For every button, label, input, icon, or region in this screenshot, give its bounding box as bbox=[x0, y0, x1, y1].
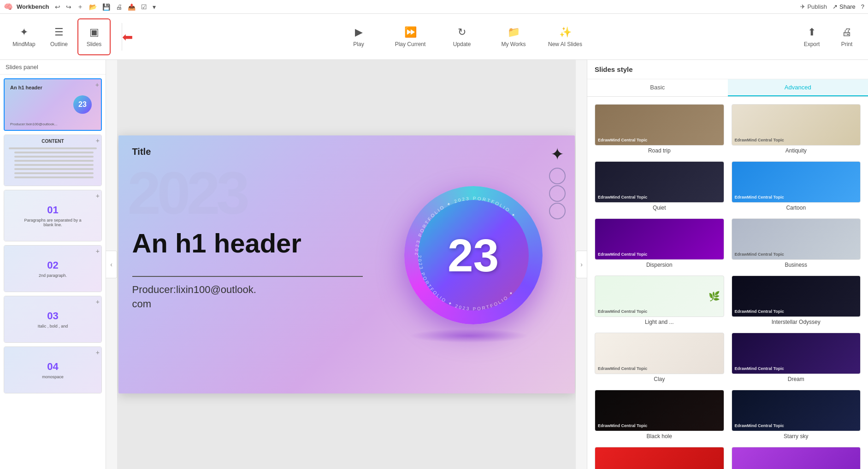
canvas-area: Title 2023 An h1 header Producer:lixin10… bbox=[117, 60, 576, 469]
slide-3-add[interactable]: + bbox=[96, 192, 100, 199]
slide-thumb-5[interactable]: 03 Italic , bold , and + bbox=[4, 296, 102, 343]
share-icon: ↗ bbox=[833, 3, 838, 10]
style-light[interactable]: EdrawMind Central Topic 🌿 Light and ... bbox=[595, 276, 724, 325]
slide-divider bbox=[132, 276, 363, 277]
style-thumb-extra1: EdrawMind Central Topic bbox=[595, 447, 724, 469]
mindmap-tool[interactable]: ✦ MindMap bbox=[7, 18, 41, 55]
print-tool[interactable]: 🖨 Print bbox=[833, 26, 861, 47]
slide-4-num: 02 bbox=[47, 259, 58, 271]
tab-basic[interactable]: Basic bbox=[587, 79, 728, 96]
style-extra1[interactable]: EdrawMind Central Topic bbox=[595, 447, 724, 469]
style-inner-label-clay: EdrawMind Central Topic bbox=[598, 366, 647, 371]
slide-5-add[interactable]: + bbox=[96, 298, 100, 305]
slide-thumb-4[interactable]: 02 2nd paragraph. + bbox=[4, 245, 102, 292]
slide-2-add[interactable]: + bbox=[96, 137, 100, 144]
coin-outer: 23 bbox=[404, 186, 543, 324]
redo-icon[interactable]: ↪ bbox=[64, 2, 73, 12]
update-tool[interactable]: ↻ Update bbox=[443, 26, 480, 47]
slide-4-add[interactable]: + bbox=[96, 247, 100, 255]
update-icon: ↻ bbox=[458, 26, 466, 38]
share-button[interactable]: ↗ Share bbox=[833, 3, 856, 10]
play-tool[interactable]: ▶ Play bbox=[340, 26, 377, 47]
tab-advanced[interactable]: Advanced bbox=[728, 79, 868, 96]
slide-1-coin: 23 bbox=[73, 95, 92, 114]
styles-grid: EdrawMind Central Topic Road trip EdrawM… bbox=[587, 97, 868, 469]
style-blackhole[interactable]: EdrawMind Central Topic Black hole bbox=[595, 390, 724, 440]
open-icon[interactable]: 📂 bbox=[87, 2, 99, 12]
style-name-quiet: Quiet bbox=[595, 205, 724, 211]
deco-circle-2 bbox=[549, 185, 566, 202]
style-inner-label-dream: EdrawMind Central Topic bbox=[735, 366, 784, 371]
expand-panel-button[interactable]: › bbox=[576, 251, 587, 278]
style-road-trip[interactable]: EdrawMind Central Topic Road trip bbox=[595, 104, 724, 154]
collapse-panel-button[interactable]: ‹ bbox=[106, 251, 117, 278]
slide-thumb-2[interactable]: CONTENT + bbox=[4, 135, 102, 186]
style-thumb-dream: EdrawMind Central Topic bbox=[732, 333, 861, 374]
export-icon: ⬆ bbox=[808, 26, 816, 38]
slide-thumb-6[interactable]: 04 monospace + bbox=[4, 346, 102, 393]
new-icon[interactable]: ＋ bbox=[75, 2, 85, 12]
style-thumb-extra2: EdrawMind Central Topic bbox=[732, 447, 861, 469]
play-current-icon: ⏩ bbox=[404, 26, 417, 38]
style-cartoon[interactable]: EdrawMind Central Topic Cartoon bbox=[732, 161, 861, 211]
slide-thumb-3[interactable]: 01 Paragraphs are separated by ablank li… bbox=[4, 190, 102, 241]
deco-circle-1 bbox=[549, 168, 566, 184]
outline-icon: ☰ bbox=[54, 26, 64, 38]
new-ai-slides-tool[interactable]: ✨ New AI Slides bbox=[547, 26, 584, 47]
slide-6-add[interactable]: + bbox=[96, 349, 100, 356]
style-thumb-blackhole: EdrawMind Central Topic bbox=[595, 390, 724, 431]
new-ai-slides-icon: ✨ bbox=[559, 26, 572, 38]
save-icon[interactable]: 💾 bbox=[100, 2, 112, 12]
toolbar-center: ▶ Play ⏩ Play Current ↻ Update 📁 My Work… bbox=[126, 26, 798, 47]
style-inner-label-road-trip: EdrawMind Central Topic bbox=[598, 138, 647, 142]
slide-title: Title bbox=[132, 147, 151, 157]
slide-thumb-1[interactable]: An h1 header 23 Producer:lixin100@outloo… bbox=[4, 78, 102, 131]
style-clay[interactable]: EdrawMind Central Topic Clay bbox=[595, 333, 724, 382]
style-dream[interactable]: EdrawMind Central Topic Dream bbox=[732, 333, 861, 382]
undo-icon[interactable]: ↩ bbox=[53, 2, 62, 12]
slide-canvas: Title 2023 An h1 header Producer:lixin10… bbox=[118, 135, 575, 393]
print-icon-top[interactable]: 🖨 bbox=[114, 2, 124, 12]
slide-1-add[interactable]: + bbox=[95, 81, 99, 88]
dropdown-arrow[interactable]: ▾ bbox=[151, 2, 158, 12]
slides-panel: Slides panel An h1 header 23 Producer:li… bbox=[0, 60, 106, 469]
style-antiquity[interactable]: EdrawMind Central Topic Antiquity bbox=[732, 104, 861, 154]
style-inner-label-interstellar: EdrawMind Central Topic bbox=[735, 309, 784, 314]
style-starry[interactable]: EdrawMind Central Topic Starry sky bbox=[732, 390, 861, 440]
toolbar-separator bbox=[122, 23, 122, 51]
style-thumb-interstellar: EdrawMind Central Topic bbox=[732, 276, 861, 317]
outline-tool[interactable]: ☰ Outline bbox=[42, 18, 76, 55]
style-name-dispersion: Dispersion bbox=[595, 262, 724, 268]
publish-button[interactable]: ✈ Publish bbox=[800, 3, 827, 10]
my-works-tool[interactable]: 📁 My Works bbox=[495, 26, 532, 47]
style-name-antiquity: Antiquity bbox=[732, 147, 861, 154]
style-dispersion[interactable]: EdrawMind Central Topic Dispersion bbox=[595, 218, 724, 268]
style-business[interactable]: EdrawMind Central Topic Business bbox=[732, 218, 861, 268]
check-icon[interactable]: ☑ bbox=[139, 2, 149, 12]
slide-thumb-4-bg: 02 2nd paragraph. bbox=[4, 246, 101, 292]
style-inner-label-starry: EdrawMind Central Topic bbox=[735, 423, 784, 428]
style-name-starry: Starry sky bbox=[732, 433, 861, 440]
play-current-tool[interactable]: ⏩ Play Current bbox=[392, 26, 429, 47]
help-button[interactable]: ? bbox=[861, 3, 864, 10]
style-inner-label-antiquity: EdrawMind Central Topic bbox=[735, 138, 784, 142]
style-thumb-business: EdrawMind Central Topic bbox=[732, 218, 861, 260]
export-tool[interactable]: ⬆ Export bbox=[798, 26, 826, 47]
slide-6-text: monospace bbox=[42, 375, 64, 379]
export-icon-top[interactable]: 📤 bbox=[126, 2, 137, 12]
slide-thumb-2-bg: CONTENT bbox=[4, 135, 101, 186]
style-name-light: Light and ... bbox=[595, 319, 724, 325]
slides-tool[interactable]: ▣ Slides ⬅ bbox=[77, 18, 111, 55]
slide-thumb-5-bg: 03 Italic , bold , and bbox=[4, 296, 101, 342]
style-extra2[interactable]: EdrawMind Central Topic bbox=[732, 447, 861, 469]
app-name: Workbench bbox=[17, 3, 49, 10]
slide-4-text: 2nd paragraph. bbox=[39, 273, 67, 278]
slide-thumb-1-bg: An h1 header 23 Producer:lixin100@outloo… bbox=[5, 79, 101, 130]
style-quiet[interactable]: EdrawMind Central Topic Quiet bbox=[595, 161, 724, 211]
slide-3-text: Paragraphs are separated by ablank line. bbox=[24, 218, 81, 227]
style-interstellar[interactable]: EdrawMind Central Topic Interstellar Ody… bbox=[732, 276, 861, 325]
mindmap-icon: ✦ bbox=[20, 26, 28, 38]
slide-1-label: An h1 header bbox=[10, 85, 42, 90]
toolbar-icons: ↩ ↪ ＋ 📂 💾 🖨 📤 ☑ ▾ bbox=[53, 2, 158, 12]
app-icon: 🧠 bbox=[4, 2, 13, 11]
